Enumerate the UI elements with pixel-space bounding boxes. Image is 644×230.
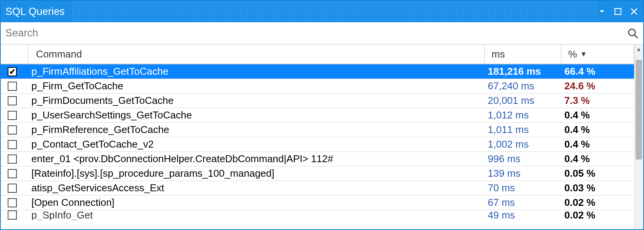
row-ms: 996 ms — [485, 153, 561, 165]
row-command: p_FirmAffiliations_GetToCache — [28, 66, 485, 77]
row-command: p_UserSearchSettings_GetToCache — [28, 109, 485, 121]
row-checkbox[interactable] — [8, 154, 17, 164]
row-checkbox[interactable] — [8, 140, 17, 149]
close-icon[interactable] — [629, 7, 639, 16]
row-checkbox[interactable]: ✔ — [8, 67, 17, 76]
scroll-thumb[interactable] — [636, 60, 642, 159]
row-ms: 67 ms — [485, 197, 561, 209]
row-ms: 139 ms — [485, 168, 561, 179]
row-ms: 1,002 ms — [485, 138, 561, 150]
column-header-ms[interactable]: ms — [485, 44, 561, 64]
column-header-command[interactable]: Command — [28, 44, 485, 64]
row-checkbox-cell — [1, 198, 28, 207]
row-percent: 0.4 % — [561, 138, 634, 150]
row-percent: 24.6 % — [561, 80, 634, 92]
column-header-checkbox[interactable] — [1, 44, 28, 64]
table-row[interactable]: [Open Connection]67 ms0.02 % — [1, 196, 634, 210]
row-checkbox[interactable] — [8, 198, 17, 207]
row-checkbox[interactable] — [8, 82, 17, 91]
row-ms: 1,012 ms — [485, 109, 561, 121]
row-checkbox-cell — [1, 96, 28, 105]
row-ms: 20,001 ms — [485, 95, 561, 107]
row-checkbox-cell — [1, 154, 28, 164]
maximize-icon[interactable] — [613, 7, 623, 16]
row-percent: 0.05 % — [561, 168, 634, 179]
row-percent: 0.4 % — [561, 109, 634, 121]
dropdown-icon[interactable] — [597, 7, 606, 16]
row-command: enter_01 <prov.DbConnectionHelper.Create… — [28, 153, 485, 165]
table-row[interactable]: p_Contact_GetToCache_v21,002 ms0.4 % — [1, 137, 634, 152]
grid-main: Command ms % ▼ ✔p_FirmAffiliations_GetTo… — [1, 44, 634, 229]
row-percent: 7.3 % — [561, 95, 634, 107]
row-checkbox[interactable] — [8, 111, 17, 120]
row-checkbox[interactable] — [8, 169, 17, 178]
svg-rect-0 — [615, 8, 621, 15]
row-command: p_Firm_GetToCache — [28, 80, 485, 92]
titlebar[interactable]: SQL Queries — [1, 1, 643, 22]
search-input[interactable] — [5, 27, 627, 39]
row-command: p_FirmReference_GetToCache — [28, 124, 485, 136]
row-checkbox-cell — [1, 140, 28, 149]
row-command: p_FirmDocuments_GetToCache — [28, 95, 485, 107]
table-row[interactable]: p_FirmReference_GetToCache1,011 ms0.4 % — [1, 123, 634, 137]
row-checkbox[interactable] — [8, 125, 17, 135]
row-ms: 70 ms — [485, 182, 561, 194]
row-checkbox-cell — [1, 184, 28, 193]
row-checkbox-cell — [1, 125, 28, 135]
rows-container: ✔p_FirmAffiliations_GetToCache181,216 ms… — [1, 64, 634, 220]
table-row[interactable]: [Rateinfo].[sys].[sp_procedure_params_10… — [1, 166, 634, 181]
column-header-percent-label: % — [568, 48, 577, 60]
row-checkbox-cell — [1, 111, 28, 120]
row-ms: 49 ms — [485, 210, 561, 220]
row-ms: 181,216 ms — [485, 66, 561, 77]
table-row[interactable]: enter_01 <prov.DbConnectionHelper.Create… — [1, 152, 634, 166]
window-title: SQL Queries — [5, 6, 65, 18]
row-checkbox-cell — [1, 210, 28, 220]
table-row[interactable]: p_UserSearchSettings_GetToCache1,012 ms0… — [1, 108, 634, 123]
window-buttons — [597, 7, 639, 16]
row-percent: 0.02 % — [561, 210, 634, 220]
row-command: p_Contact_GetToCache_v2 — [28, 138, 485, 150]
search-icon[interactable] — [627, 28, 639, 39]
vertical-scrollbar[interactable]: ▲ — [634, 44, 643, 229]
row-checkbox[interactable] — [8, 184, 17, 193]
table-row[interactable]: p_SpInfo_Get49 ms0.02 % — [1, 210, 634, 220]
svg-point-1 — [629, 29, 636, 36]
row-percent: 0.4 % — [561, 124, 634, 136]
results-grid: Command ms % ▼ ✔p_FirmAffiliations_GetTo… — [1, 44, 643, 229]
column-header-percent[interactable]: % ▼ — [561, 44, 634, 64]
row-percent: 0.4 % — [561, 153, 634, 165]
table-row[interactable]: p_Firm_GetToCache67,240 ms24.6 % — [1, 79, 634, 94]
row-command: [Open Connection] — [28, 197, 485, 209]
row-command: atisp_GetServicesAccess_Ext — [28, 182, 485, 194]
row-command: [Rateinfo].[sys].[sp_procedure_params_10… — [28, 168, 485, 179]
row-checkbox-cell — [1, 82, 28, 91]
row-ms: 67,240 ms — [485, 80, 561, 92]
row-percent: 0.03 % — [561, 182, 634, 194]
search-bar — [1, 22, 643, 44]
row-checkbox-cell: ✔ — [1, 67, 28, 76]
checkmark-icon: ✔ — [9, 68, 16, 76]
table-row[interactable]: atisp_GetServicesAccess_Ext70 ms0.03 % — [1, 181, 634, 196]
table-row[interactable]: ✔p_FirmAffiliations_GetToCache181,216 ms… — [1, 64, 634, 79]
grid-header: Command ms % ▼ — [1, 44, 634, 64]
row-checkbox-cell — [1, 169, 28, 178]
row-checkbox[interactable] — [8, 96, 17, 105]
row-ms: 1,011 ms — [485, 124, 561, 136]
sort-indicator-icon: ▼ — [580, 50, 587, 58]
row-percent: 66.4 % — [561, 66, 634, 77]
row-checkbox[interactable] — [8, 210, 17, 220]
row-command: p_SpInfo_Get — [28, 210, 485, 220]
sql-queries-panel: SQL Queries Command ms % — [0, 0, 644, 230]
svg-line-2 — [634, 34, 638, 38]
titlebar-grip[interactable] — [72, 1, 597, 22]
table-row[interactable]: p_FirmDocuments_GetToCache20,001 ms7.3 % — [1, 94, 634, 108]
scroll-up-icon[interactable]: ▲ — [634, 44, 643, 54]
row-percent: 0.02 % — [561, 197, 634, 209]
